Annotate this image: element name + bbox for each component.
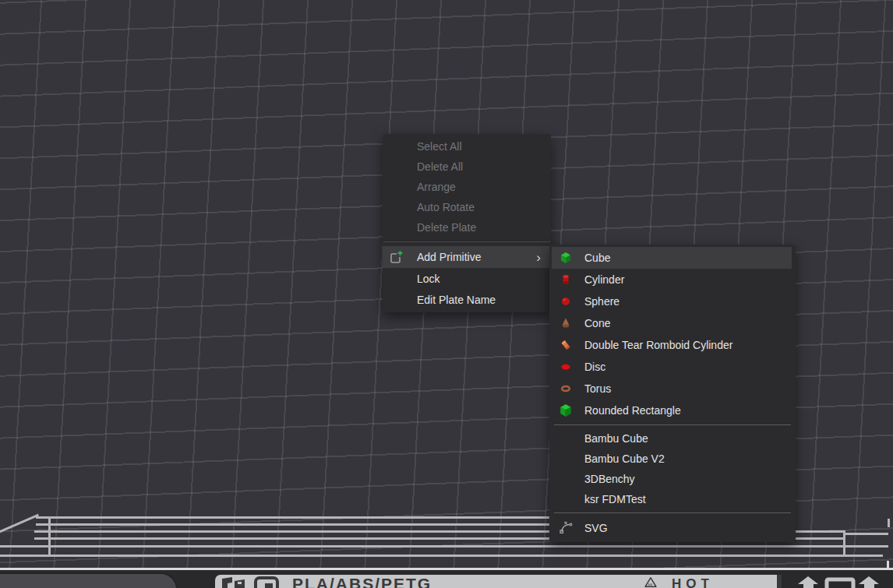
up-arrow-icon — [796, 576, 821, 588]
submenu-item-bambu-cube-v2[interactable]: Bambu Cube V2 — [549, 449, 796, 469]
plate-edge-line — [843, 533, 845, 556]
plate-edge-line — [0, 555, 883, 557]
plate-edge-line — [48, 516, 51, 557]
square-outline-icon — [824, 577, 856, 588]
submenu-item-bambu-cube[interactable]: Bambu Cube — [549, 428, 796, 449]
submenu-item-cube[interactable]: Cube — [552, 247, 792, 269]
submenu-item-cone[interactable]: Cone — [549, 312, 796, 334]
menu-item-edit-plate-name[interactable]: Edit Plate Name — [383, 289, 551, 310]
cylinder-icon — [559, 273, 572, 286]
up-arrow-icon — [856, 576, 882, 588]
plate-handle-tab — [0, 572, 178, 588]
submenu-item-disc[interactable]: Disc — [549, 356, 796, 378]
bambu-logo-icon — [221, 576, 248, 588]
plate-edge-line — [888, 519, 890, 527]
romboid-cylinder-icon — [559, 339, 572, 351]
submenu-item-svg[interactable]: SVG — [549, 516, 796, 540]
submenu-item-double-tear-romboid-cylinder[interactable]: Double Tear Romboid Cylinder — [549, 334, 796, 356]
menu-separator — [383, 241, 550, 242]
submenu-item-torus[interactable]: Torus — [549, 378, 796, 400]
cube-icon — [559, 252, 572, 264]
plate-front-face: PLA/ABS/PETG HOT — [0, 570, 893, 588]
plate-edge-line — [844, 533, 888, 535]
rounded-rectangle-icon — [559, 404, 572, 417]
bezier-curve-icon — [559, 522, 573, 535]
menu-separator — [554, 512, 791, 513]
add-primitive-submenu: Cube Cylinder Sphere — [549, 245, 796, 542]
add-primitive-icon — [390, 250, 404, 264]
plate-context-menu: Select All Delete All Arrange Auto Rotat… — [383, 134, 551, 312]
hot-warning-label: HOT — [672, 577, 714, 588]
submenu-arrow-icon: › — [536, 251, 541, 264]
torus-icon — [559, 382, 572, 395]
sphere-icon — [559, 295, 572, 308]
plate-edge-line — [0, 545, 888, 548]
menu-item-delete-all: Delete All — [383, 157, 551, 177]
plate-material-label: PLA/ABS/PETG — [292, 576, 432, 588]
hot-warning-triangle-icon — [639, 576, 662, 588]
menu-separator — [554, 424, 791, 425]
menu-item-select-all: Select All — [383, 136, 551, 157]
disc-icon — [559, 361, 572, 373]
menu-item-lock[interactable]: Lock — [383, 268, 551, 289]
submenu-item-ksr-fdmtest[interactable]: ksr FDMTest — [549, 489, 796, 509]
menu-item-delete-plate: Delete Plate — [383, 217, 551, 238]
plate-label-strip: PLA/ABS/PETG HOT — [215, 575, 782, 588]
cone-icon — [559, 317, 572, 329]
submenu-item-3dbenchy[interactable]: 3DBenchy — [549, 469, 796, 489]
plate-icon — [254, 576, 281, 588]
slicer-3d-viewport[interactable]: PLA/ABS/PETG HOT — [0, 0, 893, 588]
menu-item-auto-rotate: Auto Rotate — [383, 197, 551, 217]
submenu-item-rounded-rectangle[interactable]: Rounded Rectangle — [549, 400, 796, 421]
submenu-item-cylinder[interactable]: Cylinder — [549, 269, 796, 290]
submenu-item-sphere[interactable]: Sphere — [549, 290, 796, 312]
menu-item-arrange: Arrange — [383, 177, 551, 197]
menu-item-add-primitive[interactable]: Add Primitive › — [383, 246, 551, 268]
